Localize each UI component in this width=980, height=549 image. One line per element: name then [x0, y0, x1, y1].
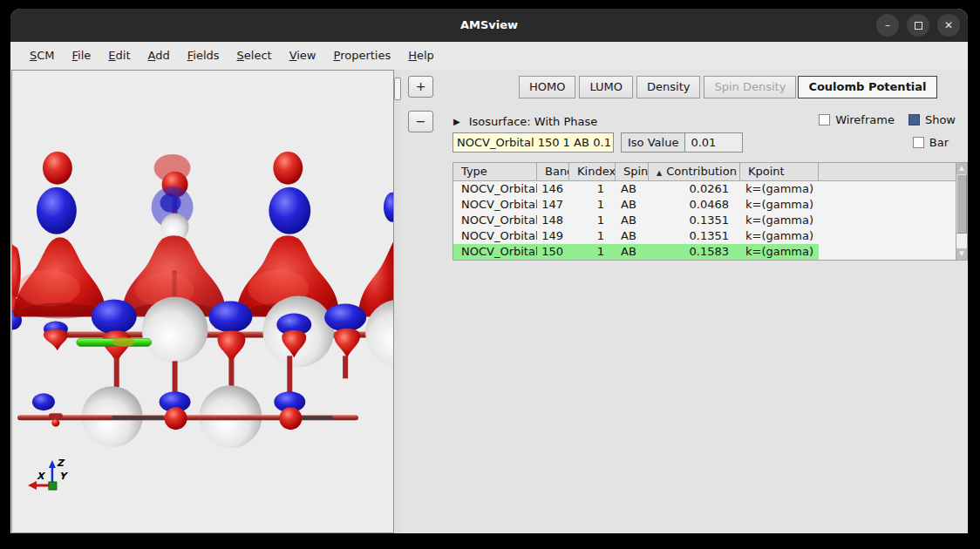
column-header-type[interactable]: Type: [453, 163, 537, 181]
bar-option: Bar: [913, 136, 949, 149]
column-header-band[interactable]: Band: [537, 163, 569, 181]
column-header-contribution[interactable]: ▲Contribution: [649, 163, 740, 181]
cell-contribution: 0.1351: [649, 213, 740, 228]
disclosure-triangle-icon[interactable]: ▶: [453, 117, 460, 126]
cell-contribution: 0.1583: [649, 244, 740, 260]
table-row[interactable]: NOCV_Orbital 148 1 AB 0.1351 k=(gamma): [453, 213, 956, 228]
cell-kpoint: k=(gamma): [740, 228, 819, 244]
show-label: Show: [925, 113, 956, 126]
add-field-button[interactable]: +: [408, 76, 433, 98]
scrollbar-down-icon[interactable]: ▼: [956, 248, 967, 260]
panel-splitter[interactable]: [394, 70, 401, 533]
wireframe-checkbox[interactable]: Wireframe: [819, 113, 895, 126]
display-options: Wireframe Show: [819, 113, 956, 126]
table-scrollbar[interactable]: ▲ ▼: [956, 163, 967, 260]
menu-item-view[interactable]: View: [281, 42, 325, 70]
menu-item-add[interactable]: Add: [140, 42, 179, 70]
cell-type: NOCV_Orbital: [453, 228, 537, 244]
cell-type: NOCV_Orbital: [453, 213, 537, 228]
checkbox-icon: [913, 137, 924, 148]
cell-kindex: 1: [569, 197, 616, 213]
checkbox-icon: [909, 114, 920, 125]
iso-value-widget: Iso Value 0.01: [621, 132, 743, 152]
menu-item-edit[interactable]: Edit: [99, 42, 139, 70]
minimize-icon: –: [885, 20, 890, 30]
menu-item-fields[interactable]: Fields: [179, 42, 228, 70]
tab-homo[interactable]: HOMO: [519, 76, 575, 98]
cell-band: 150: [537, 244, 569, 260]
close-icon: ✕: [944, 20, 953, 30]
cell-contribution: 0.0468: [649, 197, 740, 213]
menu-item-select[interactable]: Select: [228, 42, 281, 70]
maximize-icon: [915, 22, 922, 30]
cell-band: 148: [537, 213, 569, 228]
column-header-kindex[interactable]: Kindex: [569, 163, 616, 181]
scrollbar-up-icon[interactable]: ▲: [956, 163, 967, 174]
cell-type: NOCV_Orbital: [453, 197, 537, 213]
minus-icon: −: [416, 114, 426, 128]
window-title: AMSview: [10, 9, 968, 42]
table-row[interactable]: NOCV_Orbital 147 1 AB 0.0468 k=(gamma): [453, 197, 956, 213]
cell-kindex: 1: [569, 181, 616, 197]
splitter-handle-icon[interactable]: [394, 78, 401, 100]
column-header-spin[interactable]: Spin: [616, 163, 649, 181]
scrollbar-thumb[interactable]: [956, 174, 967, 234]
iso-value-label: Iso Value: [622, 133, 685, 152]
cell-kpoint: k=(gamma): [740, 244, 819, 260]
axis-origin: [49, 482, 57, 490]
cell-band: 149: [537, 228, 569, 244]
remove-isosurface-button[interactable]: −: [408, 111, 433, 132]
table-row[interactable]: NOCV_Orbital 149 1 AB 0.1351 k=(gamma): [453, 228, 956, 244]
tab-density[interactable]: Density: [636, 76, 700, 98]
cell-kpoint: k=(gamma): [740, 197, 819, 213]
orbital-field-value: NOCV_Orbital 150 1 AB: [457, 136, 589, 149]
table-row[interactable]: NOCV_Orbital 146 1 AB 0.0261 k=(gamma): [453, 181, 956, 197]
cell-band: 146: [537, 181, 569, 197]
cell-spin: AB: [616, 181, 649, 197]
cell-type: NOCV_Orbital: [453, 244, 537, 260]
menu-item-scm[interactable]: SCM: [21, 42, 64, 70]
menu-item-file[interactable]: File: [64, 42, 100, 70]
field-buttons: HOMO LUMO Density Spin Density Coulomb P…: [519, 76, 937, 98]
amsview-window: AMSview – ✕ SCM File Edit Add Fields Sel…: [10, 9, 968, 533]
column-header-kpoint[interactable]: Kpoint: [740, 163, 819, 181]
tab-coulomb-potential[interactable]: Coulomb Potential: [798, 76, 936, 98]
minimize-button[interactable]: –: [876, 14, 899, 37]
checkbox-icon: [819, 114, 830, 125]
orbital-selection-field[interactable]: NOCV_Orbital 150 1 AB 0.1: [453, 132, 614, 152]
tab-spin-density: Spin Density: [704, 76, 796, 98]
wireframe-label: Wireframe: [835, 113, 895, 126]
orbital-field-overflow: 0.1: [593, 136, 611, 149]
title-bar[interactable]: AMSview – ✕: [10, 9, 968, 42]
iso-value-input[interactable]: 0.01: [685, 133, 742, 152]
cell-contribution: 0.0261: [649, 181, 740, 197]
cell-kpoint: k=(gamma): [740, 181, 819, 197]
highlighted-bond: [77, 337, 152, 347]
cell-kindex: 1: [569, 244, 616, 260]
cell-kindex: 1: [569, 213, 616, 228]
main-content: Z X Y + HOMO LUMO Density Spin Density C…: [10, 70, 968, 533]
bar-checkbox[interactable]: Bar: [913, 136, 949, 149]
window-controls: – ✕: [876, 14, 960, 37]
column-header-filler: [819, 163, 956, 181]
close-button[interactable]: ✕: [937, 14, 960, 37]
tab-lumo[interactable]: LUMO: [579, 76, 633, 98]
menu-item-properties[interactable]: Properties: [325, 42, 400, 70]
cell-type: NOCV_Orbital: [453, 181, 537, 197]
cell-spin: AB: [616, 197, 649, 213]
table-row-selected[interactable]: NOCV_Orbital 150 1 AB 0.1583 k=(gamma): [453, 244, 956, 260]
molecule-scene: Z X Y: [12, 71, 393, 532]
cell-kpoint: k=(gamma): [740, 213, 819, 228]
table-header: Type Band Kindex Spin ▲Contribution Kpoi…: [453, 163, 956, 181]
molecule-viewport[interactable]: Z X Y: [11, 70, 394, 533]
show-checkbox[interactable]: Show: [909, 113, 956, 126]
maximize-button[interactable]: [907, 14, 929, 37]
sort-ascending-icon: ▲: [657, 169, 662, 177]
menu-bar: SCM File Edit Add Fields Select View Pro…: [10, 42, 968, 70]
fields-panel: + HOMO LUMO Density Spin Density Coulomb…: [401, 70, 968, 533]
cell-spin: AB: [616, 213, 649, 228]
menu-item-help[interactable]: Help: [399, 42, 443, 70]
cell-kindex: 1: [569, 228, 616, 244]
bar-label: Bar: [929, 136, 949, 149]
isosurface-header: ▶ Isosurface: With Phase: [453, 111, 597, 132]
